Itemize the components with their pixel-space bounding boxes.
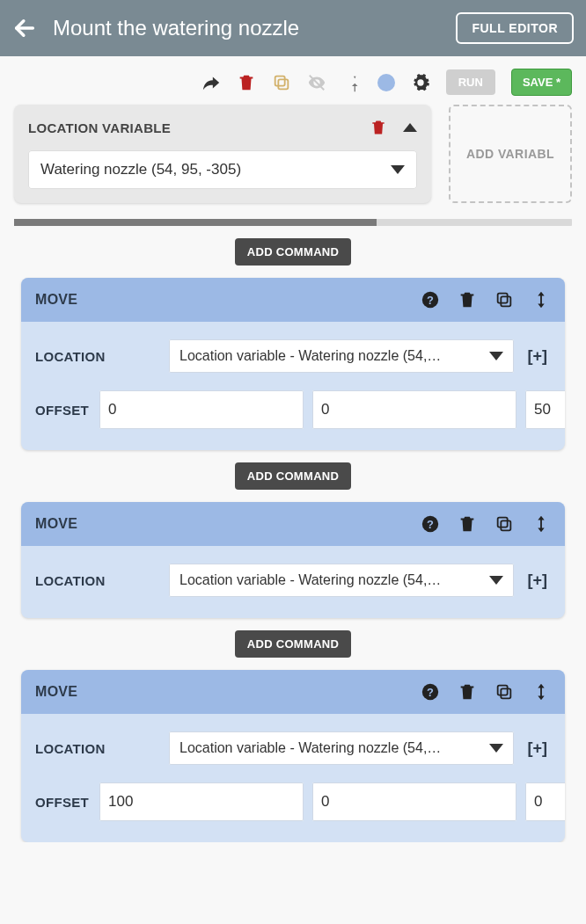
visibility-off-icon[interactable] bbox=[307, 73, 326, 92]
offset-y-input[interactable] bbox=[312, 782, 516, 821]
share-icon[interactable] bbox=[201, 73, 221, 92]
location-value: Location variable - Watering nozzle (54,… bbox=[179, 572, 441, 588]
svg-rect-2 bbox=[275, 76, 284, 85]
trash-icon[interactable] bbox=[237, 73, 256, 92]
offset-y-input[interactable] bbox=[312, 390, 516, 429]
trash-icon[interactable] bbox=[458, 682, 477, 702]
location-select[interactable]: Location variable - Watering nozzle (54,… bbox=[169, 731, 514, 765]
location-value: Location variable - Watering nozzle (54,… bbox=[179, 348, 441, 364]
variables-row: LOCATION VARIABLE Watering nozzle (54, 9… bbox=[0, 105, 586, 203]
svg-rect-6 bbox=[501, 296, 510, 306]
offset-label: OFFSET bbox=[35, 403, 89, 418]
svg-rect-7 bbox=[498, 294, 508, 303]
chevron-down-icon bbox=[391, 165, 405, 174]
copy-icon[interactable] bbox=[494, 514, 514, 534]
location-select[interactable]: Location variable - Watering nozzle (54,… bbox=[169, 564, 514, 597]
expand-location-button[interactable]: [+] bbox=[524, 571, 552, 590]
location-variable-value: Watering nozzle (54, 95, -305) bbox=[40, 161, 241, 178]
add-variable-button[interactable]: ADD VARIABL bbox=[449, 105, 572, 203]
trash-icon[interactable] bbox=[370, 119, 387, 136]
svg-rect-10 bbox=[501, 520, 510, 530]
location-variable-card: LOCATION VARIABLE Watering nozzle (54, 9… bbox=[14, 105, 431, 203]
trash-icon[interactable] bbox=[458, 290, 477, 309]
location-label: LOCATION bbox=[35, 349, 158, 364]
help-icon[interactable]: ? bbox=[421, 514, 440, 534]
offset-z-input[interactable] bbox=[525, 782, 565, 821]
command-title: MOVE bbox=[35, 292, 412, 308]
location-value: Location variable - Watering nozzle (54,… bbox=[179, 740, 441, 756]
chevron-down-icon bbox=[489, 576, 503, 585]
copy-icon[interactable] bbox=[494, 682, 514, 702]
toolbar: RUN SAVE * bbox=[0, 56, 586, 105]
move-command-card: MOVE ? LOCATION Location variable - Wate… bbox=[21, 670, 565, 842]
location-label: LOCATION bbox=[35, 741, 158, 756]
help-icon[interactable]: ? bbox=[421, 682, 440, 702]
pin-icon[interactable] bbox=[342, 73, 362, 92]
topbar: Mount the watering nozzle FULL EDITOR bbox=[0, 0, 586, 56]
offset-x-input[interactable] bbox=[99, 390, 304, 429]
location-label: LOCATION bbox=[35, 573, 158, 588]
svg-text:?: ? bbox=[427, 518, 434, 531]
horizontal-scrollbar[interactable] bbox=[14, 219, 572, 226]
expand-location-button[interactable]: [+] bbox=[524, 347, 552, 366]
collapse-icon[interactable] bbox=[403, 123, 417, 132]
command-title: MOVE bbox=[35, 684, 412, 700]
save-button[interactable]: SAVE * bbox=[511, 69, 572, 96]
reorder-icon[interactable] bbox=[531, 290, 551, 309]
location-variable-select[interactable]: Watering nozzle (54, 95, -305) bbox=[28, 150, 417, 189]
location-variable-title: LOCATION VARIABLE bbox=[28, 120, 171, 135]
scrollbar-thumb[interactable] bbox=[14, 219, 377, 226]
chevron-down-icon bbox=[489, 744, 503, 753]
location-select[interactable]: Location variable - Watering nozzle (54,… bbox=[169, 339, 514, 373]
add-command-button[interactable]: ADD COMMAND bbox=[235, 462, 351, 490]
run-button[interactable]: RUN bbox=[446, 69, 495, 95]
copy-icon[interactable] bbox=[494, 290, 514, 309]
svg-rect-1 bbox=[278, 79, 288, 89]
trash-icon[interactable] bbox=[458, 514, 477, 534]
color-indicator-icon[interactable] bbox=[377, 74, 395, 91]
help-icon[interactable]: ? bbox=[421, 290, 440, 309]
page-title: Mount the watering nozzle bbox=[53, 16, 440, 40]
offset-x-input[interactable] bbox=[99, 782, 304, 821]
move-command-card: MOVE ? LOCATION Location variable - Wate… bbox=[21, 502, 565, 618]
svg-rect-14 bbox=[501, 688, 510, 698]
reorder-icon[interactable] bbox=[531, 514, 551, 534]
full-editor-button[interactable]: FULL EDITOR bbox=[456, 12, 574, 44]
svg-rect-15 bbox=[498, 686, 508, 695]
gear-icon[interactable] bbox=[411, 73, 430, 92]
offset-label: OFFSET bbox=[35, 795, 89, 810]
offset-z-input[interactable] bbox=[525, 390, 565, 429]
svg-text:?: ? bbox=[427, 294, 434, 307]
chevron-down-icon bbox=[489, 352, 503, 360]
svg-rect-11 bbox=[498, 518, 508, 527]
svg-text:?: ? bbox=[427, 686, 434, 699]
command-title: MOVE bbox=[35, 516, 412, 532]
command-header: MOVE ? bbox=[21, 670, 565, 714]
add-command-button[interactable]: ADD COMMAND bbox=[235, 238, 351, 266]
command-header: MOVE ? bbox=[21, 502, 565, 546]
reorder-icon[interactable] bbox=[531, 682, 551, 702]
expand-location-button[interactable]: [+] bbox=[524, 739, 552, 758]
copy-icon[interactable] bbox=[272, 73, 291, 92]
move-command-card: MOVE ? LOCATION Location variable - Wate… bbox=[21, 278, 565, 450]
add-command-button[interactable]: ADD COMMAND bbox=[235, 630, 351, 658]
command-header: MOVE ? bbox=[21, 278, 565, 322]
back-icon[interactable] bbox=[12, 16, 37, 40]
